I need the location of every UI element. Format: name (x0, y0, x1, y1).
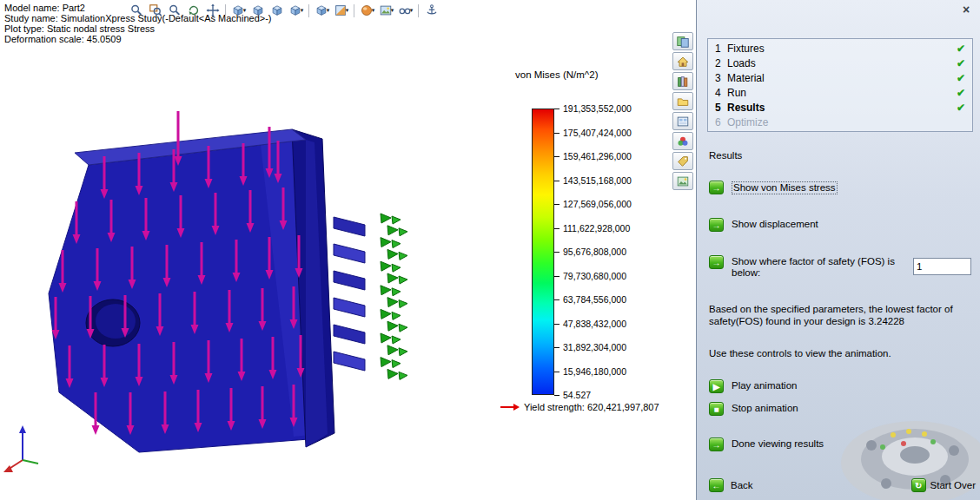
legend-tick-mark (554, 276, 560, 277)
toolbar-separator (354, 4, 354, 17)
play-icon[interactable]: ▶ (709, 379, 724, 393)
fixture-symbol (392, 312, 401, 319)
wizard-step-loads[interactable]: 2Loads✔ (708, 56, 972, 70)
fixture-symbol (399, 348, 407, 356)
dropdown-caret-icon[interactable]: ▾ (346, 7, 349, 14)
solidworks-window: Model name: Part2Study name: SimulationX… (0, 0, 980, 500)
stop-animation-button[interactable]: ■ Stop animation (709, 402, 798, 416)
document-recovery-icon[interactable] (672, 172, 693, 190)
arrow-right-icon[interactable]: → (709, 218, 724, 232)
yield-arrow-icon (500, 403, 520, 411)
fos-result-text: Based on the specified parameters, the l… (709, 303, 971, 327)
show-fos-button[interactable]: → Show where factor of safety (FOS) is b… (709, 255, 895, 279)
view-palette-icon[interactable] (672, 112, 693, 130)
done-viewing-results-label: Done viewing results (732, 438, 824, 450)
rotate-view-icon[interactable] (184, 2, 202, 19)
legend-tick-label: 54.527 (563, 390, 591, 400)
dropdown-caret-icon[interactable]: ▾ (301, 7, 304, 14)
model-info-line: Deformation scale: 45.0509 (4, 34, 272, 44)
legend-tick-label: 95,676,808,000 (563, 247, 626, 257)
wizard-step-results[interactable]: 5Results✔ (708, 100, 972, 115)
wizard-step-run[interactable]: 4Run✔ (708, 85, 972, 100)
part-fins (334, 217, 365, 371)
fixture-symbol (399, 300, 407, 308)
legend-tick-label: 143,515,168,000 (563, 175, 632, 186)
zoom-to-area-icon[interactable] (146, 2, 164, 19)
legend-tick-mark (554, 109, 560, 109)
start-over-button[interactable]: ↻ Start Over (911, 478, 976, 492)
appearances-icon[interactable]: ▾ (358, 2, 376, 19)
fixture-symbol (387, 345, 398, 355)
zoom-to-fit-icon[interactable] (127, 2, 145, 19)
fixture-symbol (387, 321, 398, 331)
zoom-in-out-icon[interactable] (165, 2, 183, 19)
dropdown-caret-icon[interactable]: ▾ (243, 7, 247, 14)
heads-up-toolbar: ▾▾▾▾▾▾▾ (127, 1, 440, 20)
fixture-symbol (387, 369, 398, 378)
legend-tick-mark (554, 133, 560, 134)
arrow-left-icon[interactable]: ← (709, 478, 724, 492)
appearances-scenes-icon[interactable] (672, 132, 693, 150)
step-number: 2 (715, 57, 727, 69)
restart-icon[interactable]: ↻ (911, 478, 926, 492)
anchor-icon[interactable] (422, 2, 440, 19)
pan-icon[interactable] (203, 2, 222, 19)
dropdown-caret-icon[interactable]: ▾ (372, 7, 375, 14)
back-button[interactable]: ← Back (709, 478, 753, 492)
scene-icon[interactable]: ▾ (377, 2, 395, 19)
legend-tick-mark (554, 181, 560, 181)
display-style-icon[interactable]: ▾ (313, 2, 331, 19)
model-viewport[interactable] (0, 0, 495, 500)
front-view-icon[interactable] (248, 2, 267, 19)
design-library-icon[interactable] (672, 72, 693, 90)
legend-title: von Mises (N/m^2) (515, 69, 599, 80)
section-view-icon[interactable]: ▾ (332, 2, 350, 19)
show-von-mises-button[interactable]: → Show von Mises stress (709, 181, 838, 194)
top-view-icon[interactable] (268, 2, 286, 19)
dropdown-caret-icon[interactable]: ▾ (327, 7, 330, 14)
simulationxpress-panel: × 1Fixtures✔2Loads✔3Material✔4Run✔5Resul… (696, 0, 980, 500)
custom-properties-icon[interactable] (672, 152, 693, 170)
file-explorer-icon[interactable] (672, 92, 693, 110)
stop-icon[interactable]: ■ (709, 402, 724, 416)
legend-tick-mark (554, 395, 560, 396)
play-animation-label: Play animation (732, 380, 797, 391)
dropdown-caret-icon[interactable]: ▾ (410, 7, 414, 14)
start-over-label: Start Over (930, 480, 976, 491)
fos-threshold-input[interactable] (913, 258, 971, 275)
fixture-symbols (381, 214, 407, 379)
done-viewing-results-button[interactable]: → Done viewing results (709, 438, 824, 451)
show-displacement-button[interactable]: → Show displacement (709, 218, 818, 232)
arrow-right-icon[interactable]: → (709, 438, 724, 451)
arrow-right-icon[interactable]: → (709, 181, 724, 194)
fixture-symbol (387, 249, 398, 259)
fixture-symbol (381, 261, 391, 271)
arrow-right-icon[interactable]: → (709, 255, 724, 269)
isometric-view-icon[interactable]: ▾ (287, 2, 305, 19)
wizard-step-fixtures[interactable]: 1Fixtures✔ (708, 41, 972, 56)
fixture-symbol (392, 264, 401, 272)
play-animation-button[interactable]: ▶ Play animation (709, 379, 797, 393)
solidworks-resources-icon[interactable] (672, 52, 693, 70)
view-settings-icon[interactable]: ▾ (396, 2, 414, 19)
fixture-symbol (381, 214, 391, 223)
step-number: 6 (715, 116, 727, 128)
fixture-symbol (387, 226, 398, 235)
toolbar-separator (418, 4, 419, 17)
task-pane-toggle-icon[interactable] (672, 32, 693, 50)
wizard-step-material[interactable]: 3Material✔ (708, 70, 972, 85)
step-label: Fixtures (727, 43, 957, 55)
fixture-symbol (399, 228, 407, 236)
part-fin (334, 298, 365, 317)
show-fos-label-line2: below: (732, 267, 895, 279)
close-button[interactable]: × (958, 3, 974, 16)
part-hole-inner (96, 304, 136, 339)
legend-tick-label: 159,461,296,000 (563, 151, 632, 161)
legend-tick-mark (554, 228, 560, 229)
wizard-step-optimize[interactable]: 6Optimize (708, 115, 972, 129)
fixture-symbol (381, 286, 391, 295)
part-fin (334, 217, 365, 236)
previous-view-icon[interactable]: ▾ (229, 2, 248, 19)
check-icon: ✔ (957, 57, 965, 69)
dropdown-caret-icon[interactable]: ▾ (391, 7, 394, 14)
